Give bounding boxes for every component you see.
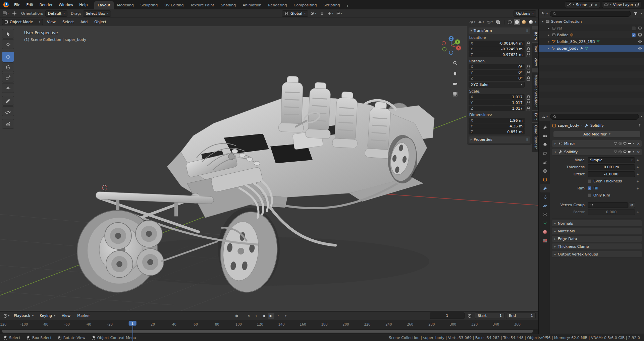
properties-editor-type-button[interactable]: ▾ [541,113,548,120]
location-y-field[interactable]: Y-0.72453 m [469,46,525,52]
offset-field[interactable]: -1.0000 [588,171,635,177]
move-tool[interactable] [2,52,14,62]
sidebar-tab-tool[interactable]: Tool [532,43,538,55]
lock-icon[interactable] [526,46,530,52]
object-name[interactable]: super_body [557,46,579,51]
mode-dropdown[interactable]: Object Mode▾ [2,19,43,25]
breadcrumb-modifier[interactable]: Solidify [590,123,604,128]
dimensions-z-field[interactable]: Z0.851 m [469,129,525,134]
tab-world[interactable] [540,167,550,175]
section-materials[interactable]: ▸Materials [552,228,642,234]
shading-solid-button[interactable] [514,19,520,25]
transform-tool[interactable] [2,83,14,93]
workspace-tab-uv-editing[interactable]: UV Editing [161,1,187,9]
camera-view-icon[interactable] [451,80,459,87]
sidebar-tab-view[interactable]: View [532,55,538,68]
navigation-gizmo[interactable]: Z Y X [440,35,462,56]
workspace-tab-scripting[interactable]: Scripting [320,1,343,9]
new-scene-icon[interactable] [589,3,593,7]
rotation-mode-dropdown[interactable]: XYZ Euler▾ [469,82,525,88]
display-editmode-icon[interactable] [619,142,622,145]
tab-material[interactable] [540,228,550,236]
tab-scene[interactable] [540,158,550,166]
keying-menu[interactable]: Keying▾ [37,312,58,319]
animate-dot[interactable]: ● [635,180,640,183]
lock-icon[interactable] [526,52,530,57]
shading-wireframe-button[interactable] [507,19,513,25]
next-keyframe-button[interactable]: › [275,313,282,319]
close-icon[interactable]: × [637,141,640,146]
orientation-dropdown[interactable]: Default▾ [45,10,67,17]
animate-dot[interactable]: ● [635,166,640,169]
outliner-editor-type-button[interactable]: ▾ [541,10,548,17]
tab-texture[interactable] [540,236,550,245]
filter-icon[interactable] [632,10,639,17]
factor-field[interactable]: 0.000 [588,209,635,215]
timeline-marker-menu[interactable]: Marker [74,312,93,319]
tab-constraints[interactable] [540,210,550,219]
outliner-row-super-body[interactable]: ▸ super_body [539,45,644,52]
tab-render[interactable] [540,132,550,140]
shading-material-button[interactable] [521,19,527,25]
rotation-x-field[interactable]: X0° [469,64,525,69]
collapse-icon[interactable]: ▾ [471,30,472,32]
modifier-extras-caret[interactable]: ▾ [633,142,634,145]
rim-fill-checkbox[interactable]: ✓ [588,186,591,190]
rotate-tool[interactable] [2,62,14,72]
animate-dot[interactable]: ● [635,187,640,190]
expand-icon[interactable]: ▸ [547,34,550,37]
add-workspace-button[interactable]: + [343,2,352,9]
shading-rendered-button[interactable] [528,19,534,25]
play-button[interactable]: ▶ [268,313,274,319]
sidebar-tab-edit[interactable]: Edit [532,111,538,122]
modifier-extras-caret[interactable]: ▾ [633,151,634,153]
tab-object[interactable] [540,175,550,184]
scale-tool[interactable] [2,73,14,82]
rotation-y-field[interactable]: Y0° [469,70,525,75]
lock-icon[interactable] [526,41,530,46]
tab-modifiers[interactable] [540,184,550,192]
lock-icon[interactable] [526,75,530,81]
menu-add[interactable]: Add [78,19,90,25]
scale-z-field[interactable]: Z1.017 [469,106,525,111]
sidebar-tab-maniaplanetaddon[interactable]: ManiaPlanetAddon [532,72,538,110]
animate-dot[interactable]: ● [635,173,640,176]
display-realtime-icon[interactable] [623,150,627,154]
workspace-tab-sculpting[interactable]: Sculpting [137,1,161,9]
monitor-icon[interactable] [638,26,642,30]
playhead[interactable]: 1 [128,321,136,326]
workspace-tab-texture-paint[interactable]: Texture Paint [187,1,218,9]
expand-icon[interactable]: ▸ [547,40,550,43]
annotate-tool[interactable] [2,96,14,106]
workspace-tab-compositing[interactable]: Compositing [290,1,320,9]
jump-to-start-button[interactable]: « [246,313,252,319]
eye-icon[interactable] [638,40,642,44]
sidebar-tab-item[interactable]: Item [532,30,538,42]
modifier-panel-solidify[interactable]: ▾ Solidify ▾ × [552,148,642,156]
panel-grip-icon[interactable]: ⠿ [526,138,528,141]
outliner-row-scene-collection[interactable]: ▾ Scene Collection [539,18,644,25]
pin-icon[interactable] [638,123,641,128]
view-layer-selector[interactable]: ▾ View Layer [602,1,641,8]
menu-render[interactable]: Render [37,2,55,8]
close-icon[interactable]: × [637,150,640,154]
lock-icon[interactable] [526,70,530,75]
frame-end-field[interactable]: End1 [506,312,536,319]
expand-icon[interactable]: ▸ [554,142,557,145]
transform-orientation-dropdown[interactable]: Global▾ [282,10,308,17]
workspace-tab-modeling[interactable]: Modeling [114,1,137,9]
workspace-tab-animation[interactable]: Animation [239,1,265,9]
menu-file[interactable]: File [11,2,23,8]
menu-object[interactable]: Object [92,19,109,25]
workspace-tab-shading[interactable]: Shading [218,1,239,9]
thickness-field[interactable]: 0.001 m [588,164,635,170]
display-editmode-icon[interactable] [619,150,622,154]
proportional-editing-dropdown[interactable]: ▾ [335,10,343,17]
scene-selector[interactable]: ▾ Scene × [565,1,600,8]
lock-icon[interactable] [526,94,530,100]
playback-menu[interactable]: Playback▾ [11,312,36,319]
properties-panel-header[interactable]: ▸ Properties ⠿ [469,136,530,143]
exclude-checkbox[interactable]: ✓ [632,33,636,37]
outliner-row-bolide-80s-225-15d[interactable]: ▸ bolide_80s_225_15D [539,38,644,45]
unlink-scene-icon[interactable]: × [594,3,597,7]
